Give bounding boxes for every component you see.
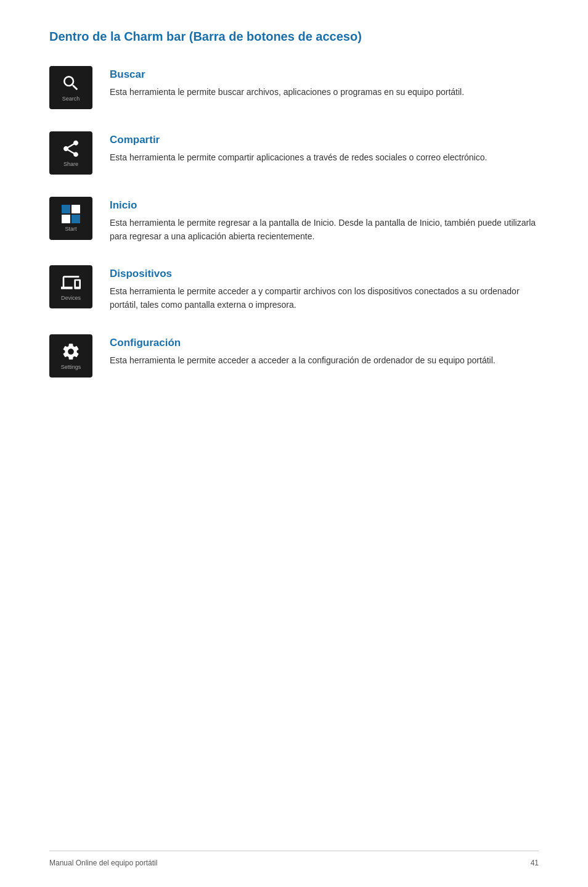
charm-item-share: Share Compartir Esta herramienta le perm… (49, 131, 539, 175)
start-icon-box: Start (49, 197, 92, 240)
settings-heading: Configuración (110, 337, 539, 349)
start-icon-label: Start (65, 226, 76, 232)
share-icon-box: Share (49, 131, 92, 175)
search-charm-text: Buscar Esta herramienta le permite busca… (110, 66, 539, 99)
start-charm-text: Inicio Esta herramienta le permite regre… (110, 197, 539, 243)
devices-heading: Dispositivos (110, 268, 539, 280)
start-icon (62, 205, 80, 223)
share-icon-label: Share (63, 161, 78, 167)
footer-page-number: 41 (531, 859, 539, 867)
search-heading: Buscar (110, 68, 539, 81)
share-icon (61, 139, 81, 159)
settings-charm-text: Configuración Esta herramienta le permit… (110, 334, 539, 368)
search-icon-box: Search (49, 66, 92, 109)
start-heading: Inicio (110, 199, 539, 212)
search-icon (61, 73, 81, 93)
page-footer: Manual Online del equipo portátil 41 (49, 851, 539, 867)
devices-charm-text: Dispositivos Esta herramienta le permite… (110, 265, 539, 311)
devices-description: Esta herramienta le permite acceder a y … (110, 285, 539, 311)
share-description: Esta herramienta le permite compartir ap… (110, 151, 539, 165)
settings-description: Esta herramienta le permite acceder a ac… (110, 354, 539, 368)
share-heading: Compartir (110, 134, 539, 146)
start-description: Esta herramienta le permite regresar a l… (110, 217, 539, 243)
charm-item-settings: Settings Configuración Esta herramienta … (49, 334, 539, 377)
search-description: Esta herramienta le permite buscar archi… (110, 86, 539, 99)
search-icon-label: Search (62, 96, 80, 102)
charm-item-search: Search Buscar Esta herramienta le permit… (49, 66, 539, 109)
devices-icon-box: Devices (49, 265, 92, 308)
charm-item-start: Start Inicio Esta herramienta le permite… (49, 197, 539, 243)
settings-icon-label: Settings (61, 364, 81, 370)
settings-icon-box: Settings (49, 334, 92, 377)
devices-icon (61, 273, 81, 292)
footer-text: Manual Online del equipo portátil (49, 859, 157, 867)
charm-item-devices: Devices Dispositivos Esta herramienta le… (49, 265, 539, 311)
settings-icon (61, 342, 81, 361)
share-charm-text: Compartir Esta herramienta le permite co… (110, 131, 539, 165)
devices-icon-label: Devices (61, 295, 81, 301)
page-content: Dentro de la Charm bar (Barra de botones… (0, 0, 588, 449)
page-title: Dentro de la Charm bar (Barra de botones… (49, 30, 539, 44)
